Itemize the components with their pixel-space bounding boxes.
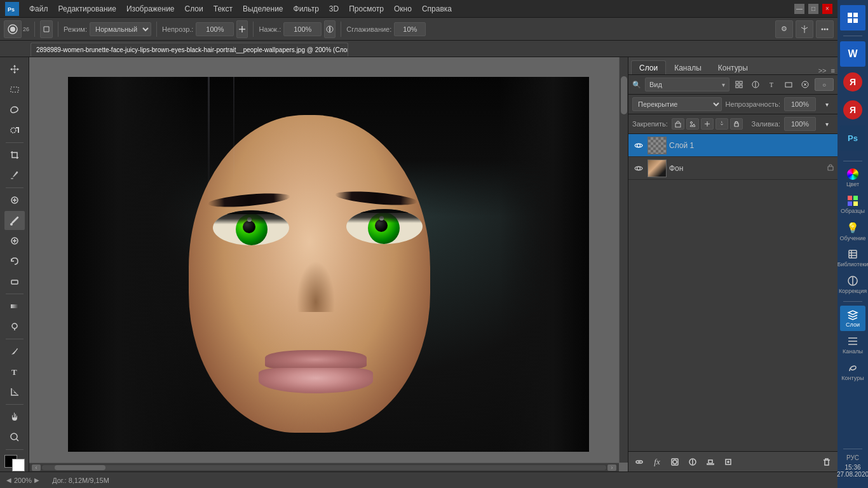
ps-panel-learn[interactable]: 💡 Обучение — [840, 219, 865, 244]
ps-panel-color[interactable]: Цвет — [840, 165, 865, 191]
ps-panel-corrections[interactable]: Коррекция — [840, 272, 865, 297]
menu-layers[interactable]: Слои — [180, 3, 208, 15]
lock-all-btn[interactable] — [730, 118, 743, 130]
tool-crop[interactable] — [4, 146, 25, 165]
lock-image-btn[interactable] — [686, 118, 699, 130]
taskbar-lang[interactable]: РУС — [846, 454, 859, 461]
flow-btn[interactable] — [324, 20, 336, 38]
color-swatches[interactable] — [4, 455, 25, 471]
menu-3d[interactable]: 3D — [324, 3, 344, 15]
layer-visibility-1[interactable] — [632, 139, 645, 152]
window-minimize[interactable]: — — [794, 4, 804, 14]
layer-opacity-input[interactable] — [784, 97, 816, 111]
menu-help[interactable]: Справка — [417, 3, 457, 15]
background-color[interactable] — [12, 459, 25, 471]
brush-preset-btn[interactable] — [40, 20, 53, 38]
tool-marquee[interactable] — [4, 80, 25, 99]
taskbar-start[interactable] — [840, 5, 865, 30]
status-arrows-left[interactable]: ◀ — [6, 477, 11, 484]
layer-adjustment-btn[interactable] — [686, 455, 700, 469]
opacity-input[interactable] — [196, 22, 234, 36]
tool-zoom[interactable] — [4, 428, 25, 447]
menu-image[interactable]: Изображение — [121, 3, 180, 15]
layer-link-btn[interactable] — [632, 455, 646, 469]
tab-paths[interactable]: Контуры — [710, 60, 756, 74]
taskbar-word[interactable]: W — [840, 41, 865, 67]
svg-rect-20 — [736, 85, 738, 88]
panel-expand-btn[interactable]: >> ≡ — [818, 67, 835, 74]
tool-preset[interactable] — [4, 20, 22, 38]
tool-path-select[interactable] — [4, 383, 25, 402]
tool-eyedropper[interactable] — [4, 166, 25, 185]
tool-lasso[interactable] — [4, 100, 25, 119]
tool-spot-heal[interactable] — [4, 191, 25, 210]
menu-text[interactable]: Текст — [208, 3, 238, 15]
filter-toggle[interactable]: ○ — [815, 78, 834, 91]
extras-btn[interactable] — [816, 20, 834, 38]
layer-item-bg[interactable]: Фон — [628, 157, 837, 180]
taskbar-photoshop[interactable]: Ps — [840, 125, 865, 151]
ps-panel-contours[interactable]: Контуры — [840, 359, 865, 384]
smoothing-input[interactable] — [394, 22, 426, 36]
status-arrows-right[interactable]: ▶ — [34, 477, 39, 484]
tool-quick-select[interactable] — [4, 121, 25, 140]
tool-dodge[interactable] — [4, 317, 25, 336]
tool-brush[interactable] — [4, 211, 25, 230]
tool-hand[interactable] — [4, 407, 25, 426]
layer-visibility-bg[interactable] — [632, 162, 645, 175]
tab-channels[interactable]: Каналы — [666, 60, 710, 74]
canvas-area[interactable]: ‹ › — [29, 57, 628, 471]
menu-select[interactable]: Выделение — [238, 3, 288, 15]
layer-item-1[interactable]: Слой 1 — [628, 134, 837, 157]
menu-window[interactable]: Окно — [389, 3, 417, 15]
menu-view[interactable]: Просмотр — [344, 3, 389, 15]
filter-dropdown-icon[interactable]: ▾ — [722, 81, 725, 88]
layer-mask-btn[interactable] — [668, 455, 682, 469]
ps-panel-libraries[interactable]: Библиотеки — [840, 245, 865, 271]
tool-type[interactable]: T — [4, 362, 25, 381]
document-tab[interactable]: 2898989-women-brunette-face-juicy-lips-b… — [31, 43, 348, 57]
brush-symmetry-btn[interactable] — [796, 20, 813, 38]
taskbar-yandex2[interactable]: Я — [840, 97, 865, 123]
window-close[interactable]: × — [822, 4, 832, 14]
lock-artboard-btn[interactable] — [701, 118, 714, 130]
opacity-toggle[interactable] — [236, 20, 248, 38]
opacity-dropdown[interactable]: ▾ — [820, 98, 834, 111]
opacity-label: Непрозр.: — [162, 25, 193, 33]
tab-layers[interactable]: Слои — [631, 60, 666, 74]
lock-transparent-btn[interactable] — [672, 118, 684, 130]
canvas-scrollbar-horizontal[interactable]: ‹ › — [29, 463, 619, 471]
ps-panel-layers[interactable]: Слои — [840, 306, 865, 331]
layer-new-btn[interactable] — [721, 455, 735, 469]
filter-smart-btn[interactable] — [798, 78, 812, 91]
canvas-scrollbar-vertical[interactable] — [619, 57, 628, 463]
ps-panel-swatches[interactable]: Образцы — [840, 192, 865, 217]
flow-input[interactable] — [283, 22, 322, 36]
settings-btn[interactable]: ⚙ — [775, 20, 793, 38]
tool-move[interactable] — [4, 60, 25, 79]
fill-input[interactable] — [784, 117, 816, 131]
layer-fx-btn[interactable]: fx — [650, 455, 664, 469]
lock-position-btn[interactable] — [715, 118, 728, 130]
taskbar-yandex-browser[interactable]: Я — [840, 69, 865, 95]
tool-eraser[interactable] — [4, 272, 25, 291]
ps-panel-channels[interactable]: Каналы — [840, 332, 865, 358]
filter-adj-btn[interactable] — [749, 78, 763, 91]
tool-gradient[interactable] — [4, 297, 25, 316]
menu-edit[interactable]: Редактирование — [53, 3, 121, 15]
layer-group-btn[interactable] — [703, 455, 717, 469]
menu-filter[interactable]: Фильтр — [288, 3, 324, 15]
mode-select[interactable]: Нормальный — [90, 22, 151, 36]
canvas[interactable] — [68, 77, 589, 452]
window-maximize[interactable]: □ — [808, 4, 818, 14]
tool-history-brush[interactable] — [4, 252, 25, 271]
layer-delete-btn[interactable] — [820, 455, 834, 469]
fill-dropdown[interactable]: ▾ — [820, 118, 834, 130]
filter-text-btn[interactable]: T — [765, 78, 779, 91]
tool-pen[interactable] — [4, 342, 25, 361]
blend-mode-select[interactable]: Перекрытие — [632, 97, 722, 111]
filter-shape-btn[interactable] — [782, 78, 796, 91]
filter-pixel-btn[interactable] — [732, 78, 746, 91]
tool-clone[interactable] — [4, 231, 25, 250]
menu-file[interactable]: Файл — [24, 3, 53, 15]
